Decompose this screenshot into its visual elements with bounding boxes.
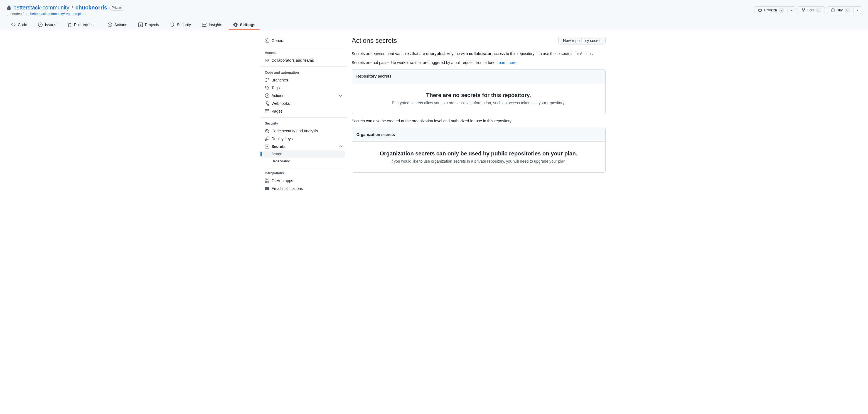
sidebar-item-webhooks[interactable]: Webhooks	[263, 100, 345, 107]
star-button[interactable]: Star 0	[827, 6, 854, 14]
repo-forked-icon	[801, 8, 806, 12]
sidebar-heading-integrations: Integrations	[263, 170, 345, 177]
tab-issues[interactable]: Issues	[34, 20, 60, 30]
tag-icon	[265, 85, 269, 90]
eye-icon	[758, 8, 762, 12]
repo-title: betterstack-community / chucknorris Priv…	[7, 4, 124, 11]
play-icon	[265, 94, 269, 98]
triangle-down-icon	[856, 9, 859, 12]
learn-more-link[interactable]: Learn more	[496, 60, 517, 65]
sidebar-item-actions[interactable]: Actions	[263, 92, 345, 100]
svg-rect-4	[268, 181, 269, 183]
lock-icon	[7, 6, 11, 10]
sidebar-item-code-security[interactable]: Code security and analysis	[263, 127, 345, 135]
browser-icon	[265, 109, 269, 113]
sidebar-item-collaborators[interactable]: Collaborators and teams	[263, 57, 345, 64]
sidebar-item-secrets[interactable]: Secrets	[263, 143, 345, 150]
repo-secrets-box: Repository secrets There are no secrets …	[352, 69, 606, 114]
table-icon	[138, 23, 143, 27]
org-secrets-note: Secrets can also be created at the organ…	[352, 119, 606, 123]
watch-count: 2	[779, 7, 784, 13]
repo-secrets-empty-title: There are no secrets for this repository…	[361, 92, 596, 98]
people-icon	[265, 58, 269, 63]
repo-nav: Code Issues Pull requests Actions Projec…	[7, 20, 861, 30]
repo-header: betterstack-community / chucknorris Priv…	[0, 0, 868, 30]
main-content: Actions secrets New repository secret Se…	[352, 37, 606, 193]
sidebar-item-deploy-keys[interactable]: Deploy keys	[263, 135, 345, 143]
tab-actions[interactable]: Actions	[103, 20, 132, 30]
sidebar-subitem-secrets-dependabot[interactable]: Dependabot	[263, 158, 345, 165]
org-secrets-heading: Organization secrets	[356, 132, 601, 137]
generated-from: generated from betterstack-community/rep…	[7, 12, 124, 16]
path-separator: /	[71, 4, 73, 11]
tab-insights[interactable]: Insights	[197, 20, 226, 30]
issue-opened-icon	[38, 23, 42, 27]
svg-rect-2	[268, 179, 269, 180]
tab-security[interactable]: Security	[165, 20, 195, 30]
unwatch-button[interactable]: Unwatch 2	[754, 6, 788, 14]
unwatch-dropdown[interactable]	[788, 6, 795, 14]
tab-settings[interactable]: Settings	[229, 20, 260, 30]
repo-secrets-empty-desc: Encrypted secrets allow you to store sen…	[361, 101, 596, 105]
key-icon	[265, 137, 269, 141]
tab-pull-requests[interactable]: Pull requests	[63, 20, 101, 30]
secrets-description-2: Secrets are not passed to workflows that…	[352, 60, 606, 65]
sidebar-item-email-notifications[interactable]: Email notifications	[263, 185, 345, 193]
webhook-icon	[265, 101, 269, 106]
sidebar-subitem-secrets-actions[interactable]: Actions	[263, 150, 345, 158]
new-repository-secret-button[interactable]: New repository secret	[558, 37, 605, 44]
git-pull-request-icon	[67, 23, 72, 27]
git-branch-icon	[265, 78, 269, 82]
graph-icon	[202, 23, 207, 27]
org-secrets-empty-desc: If you would like to use organization se…	[361, 159, 596, 164]
gear-icon	[233, 23, 238, 27]
star-dropdown[interactable]	[854, 6, 861, 14]
sidebar-heading-security: Security	[263, 120, 345, 127]
triangle-down-icon	[790, 9, 793, 12]
svg-rect-3	[265, 181, 267, 183]
sidebar-item-general[interactable]: General	[263, 37, 345, 44]
fork-button[interactable]: Fork 0	[798, 6, 825, 14]
visibility-badge: Private	[110, 5, 124, 10]
chevron-down-icon	[338, 94, 343, 98]
play-icon	[108, 23, 112, 27]
template-link[interactable]: betterstack-community/repo-template	[30, 12, 86, 16]
gear-icon	[265, 38, 269, 43]
sidebar-item-tags[interactable]: Tags	[263, 84, 345, 92]
sidebar-item-pages[interactable]: Pages	[263, 107, 345, 115]
sidebar-item-branches[interactable]: Branches	[263, 76, 345, 84]
star-icon	[831, 8, 835, 12]
repo-actions: Unwatch 2 Fork 0 Star 0	[754, 6, 861, 14]
key-asterisk-icon	[265, 144, 269, 149]
codescan-icon	[265, 129, 269, 133]
sidebar-heading-access: Access	[263, 49, 345, 57]
apps-icon	[265, 178, 269, 183]
page-title: Actions secrets	[352, 37, 397, 44]
secrets-description-1: Secrets are environment variables that a…	[352, 51, 606, 56]
org-secrets-empty-title: Organization secrets can only be used by…	[361, 150, 596, 157]
sidebar-item-github-apps[interactable]: GitHub apps	[263, 177, 345, 185]
repo-secrets-heading: Repository secrets	[356, 74, 601, 78]
footer-divider	[352, 184, 606, 184]
code-icon	[11, 23, 16, 27]
mail-icon	[265, 186, 269, 191]
tab-code[interactable]: Code	[7, 20, 31, 30]
star-count: 0	[845, 7, 850, 13]
org-secrets-box: Organization secrets Organization secret…	[352, 128, 606, 173]
svg-rect-1	[265, 179, 267, 180]
settings-sidebar: General Access Collaborators and teams C…	[263, 37, 345, 193]
tab-projects[interactable]: Projects	[134, 20, 164, 30]
repo-link[interactable]: chucknorris	[75, 4, 107, 10]
owner-link[interactable]: betterstack-community	[13, 4, 69, 11]
shield-icon	[170, 23, 175, 27]
sidebar-heading-code: Code and automation	[263, 69, 345, 76]
chevron-up-icon	[338, 144, 343, 149]
fork-count: 0	[816, 7, 821, 13]
